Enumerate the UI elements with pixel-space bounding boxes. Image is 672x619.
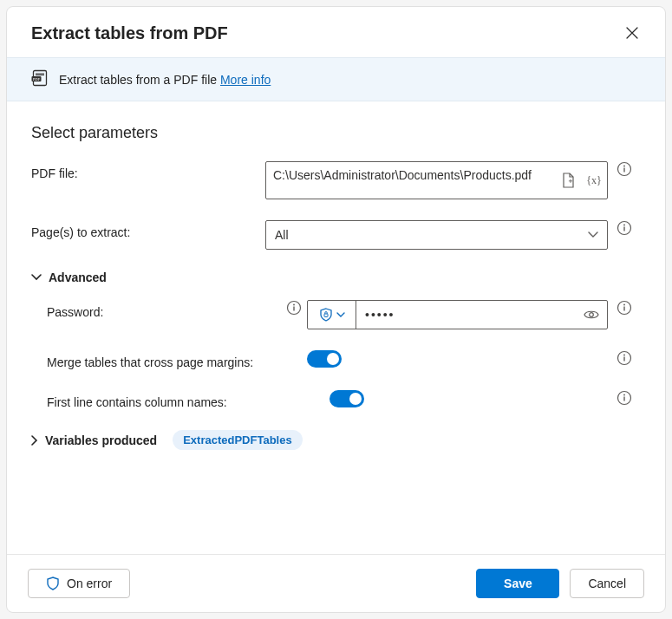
svg-point-19: [623, 355, 625, 356]
variable-icon: {x}: [586, 174, 602, 186]
info-icon: [617, 220, 632, 236]
shield-icon: [46, 577, 60, 590]
info-button-password-left[interactable]: [286, 300, 302, 318]
svg-point-14: [590, 313, 594, 317]
svg-rect-17: [623, 307, 624, 311]
pages-select-value: All: [275, 228, 289, 242]
info-text: Extract tables from a PDF file More info: [59, 73, 271, 87]
on-error-button[interactable]: On error: [28, 569, 130, 598]
password-field-group: •••••: [307, 300, 608, 329]
label-password: Password:: [47, 305, 103, 319]
info-button-pages[interactable]: [617, 220, 632, 238]
info-icon: [617, 161, 632, 177]
more-info-link[interactable]: More info: [220, 73, 271, 87]
dialog-extract-tables-pdf: Extract tables from PDF PDF Extract tabl…: [6, 6, 666, 613]
eye-icon: [584, 310, 599, 320]
info-button-pdf-file[interactable]: [617, 161, 632, 179]
pdf-icon: PDF: [31, 69, 49, 89]
label-merge: Merge tables that cross page margins:: [31, 350, 307, 369]
chevron-right-icon: [31, 435, 38, 446]
firstline-toggle[interactable]: [329, 390, 364, 407]
label-pdf-file: PDF file:: [31, 161, 265, 180]
variable-badge[interactable]: ExtractedPDFTables: [173, 430, 302, 450]
svg-rect-12: [293, 307, 294, 311]
advanced-label: Advanced: [49, 270, 107, 284]
svg-point-11: [293, 304, 295, 306]
pdf-file-input[interactable]: C:\Users\Administrator\Documents\Product…: [265, 161, 608, 199]
row-merge: Merge tables that cross page margins:: [31, 350, 641, 369]
row-firstline: First line contains column names:: [31, 390, 641, 409]
svg-rect-23: [623, 397, 624, 401]
svg-point-16: [623, 304, 625, 306]
merge-toggle[interactable]: [307, 350, 342, 368]
row-password: Password: •••••: [31, 300, 641, 329]
close-button[interactable]: [618, 19, 646, 47]
variable-picker-button[interactable]: {x}: [581, 162, 607, 199]
row-pdf-file: PDF file: C:\Users\Administrator\Documen…: [31, 161, 641, 199]
svg-rect-20: [623, 357, 624, 362]
cancel-button[interactable]: Cancel: [570, 569, 644, 598]
toggle-knob: [327, 353, 339, 365]
label-firstline: First line contains column names:: [31, 390, 307, 409]
info-bar: PDF Extract tables from a PDF file More …: [7, 57, 665, 101]
dialog-body: Select parameters PDF file: C:\Users\Adm…: [7, 101, 665, 554]
chevron-down-icon: [588, 231, 598, 238]
pdf-file-value: C:\Users\Administrator\Documents\Product…: [266, 162, 555, 199]
dialog-footer: On error Save Cancel: [7, 554, 665, 612]
shield-lock-icon: [319, 308, 333, 322]
svg-rect-13: [324, 314, 328, 317]
section-select-parameters: Select parameters: [31, 124, 641, 142]
svg-point-8: [623, 225, 625, 226]
info-text-plain: Extract tables from a PDF file: [59, 73, 220, 87]
save-button[interactable]: Save: [476, 569, 559, 598]
on-error-label: On error: [67, 577, 112, 590]
advanced-expander[interactable]: Advanced: [31, 270, 641, 284]
dialog-header: Extract tables from PDF: [7, 7, 665, 57]
dialog-title: Extract tables from PDF: [31, 23, 228, 43]
info-icon: [617, 390, 632, 406]
file-picker-button[interactable]: [555, 162, 581, 199]
file-select-icon: [561, 173, 575, 188]
svg-text:PDF: PDF: [33, 77, 41, 81]
close-icon: [626, 27, 638, 39]
pages-select[interactable]: All: [265, 220, 608, 250]
variables-produced-expander[interactable]: Variables produced ExtractedPDFTables: [31, 430, 641, 450]
variables-produced-label: Variables produced: [45, 433, 157, 447]
row-pages: Page(s) to extract: All: [31, 220, 641, 250]
password-input[interactable]: •••••: [356, 301, 576, 329]
info-button-firstline[interactable]: [617, 390, 632, 408]
info-icon: [286, 300, 302, 316]
svg-point-22: [623, 394, 625, 396]
info-icon: [617, 300, 632, 316]
sensitive-type-button[interactable]: [308, 301, 356, 329]
info-button-merge[interactable]: [617, 350, 632, 368]
chevron-down-icon: [31, 274, 42, 281]
info-icon: [617, 350, 632, 366]
reveal-password-button[interactable]: [576, 301, 607, 329]
svg-rect-6: [623, 168, 624, 173]
svg-rect-9: [623, 227, 624, 231]
label-pages: Page(s) to extract:: [31, 220, 265, 239]
svg-text:{x}: {x}: [586, 174, 602, 186]
svg-point-5: [623, 166, 625, 167]
password-masked-value: •••••: [365, 308, 395, 322]
toggle-knob: [349, 393, 362, 405]
save-label: Save: [504, 577, 532, 590]
info-button-password[interactable]: [617, 300, 632, 318]
cancel-label: Cancel: [588, 577, 626, 590]
chevron-down-icon: [336, 312, 345, 318]
